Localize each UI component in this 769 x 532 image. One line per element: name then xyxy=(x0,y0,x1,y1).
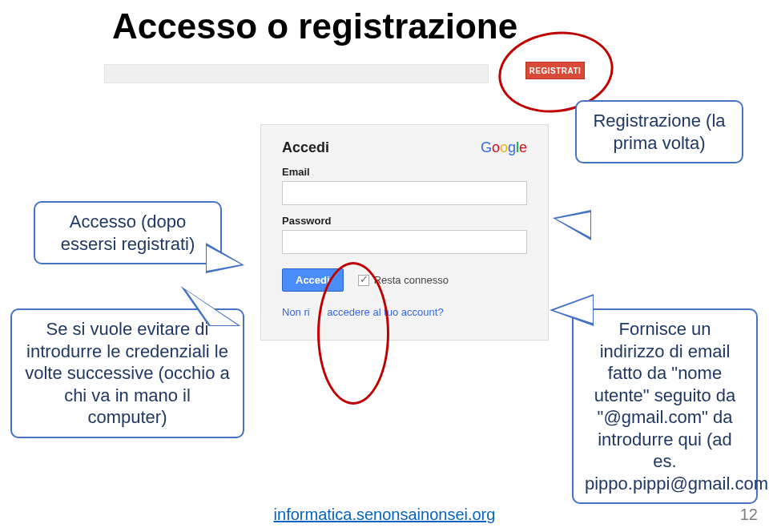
annotation-circle-signin xyxy=(317,262,389,405)
callout-credentials: Se si vuole evitare di introdurre le cre… xyxy=(10,308,244,438)
email-label: Email xyxy=(282,166,527,178)
callout-gmail: Fornisce un indirizzo di email fatto da … xyxy=(572,308,758,504)
google-logo: Google xyxy=(481,139,527,156)
footer-link[interactable]: informatica.senonsainonsei.org xyxy=(274,506,496,523)
footer: informatica.senonsainonsei.org xyxy=(0,506,769,524)
remember-label: Resta connesso xyxy=(374,274,449,286)
password-field[interactable] xyxy=(282,230,527,254)
login-card: Accedi Google Email Password Accedi Rest… xyxy=(260,124,549,341)
password-label: Password xyxy=(282,215,527,227)
page-number: 12 xyxy=(740,506,758,524)
callout-access: Accesso (dopo essersi registrati) xyxy=(34,201,222,264)
search-bar-placeholder-graphic xyxy=(104,64,489,83)
page-title: Accesso o registrazione xyxy=(112,6,517,46)
login-heading: Accedi xyxy=(282,139,329,156)
email-field[interactable] xyxy=(282,181,527,205)
callout-registration: Registrazione (la prima volta) xyxy=(575,100,743,163)
